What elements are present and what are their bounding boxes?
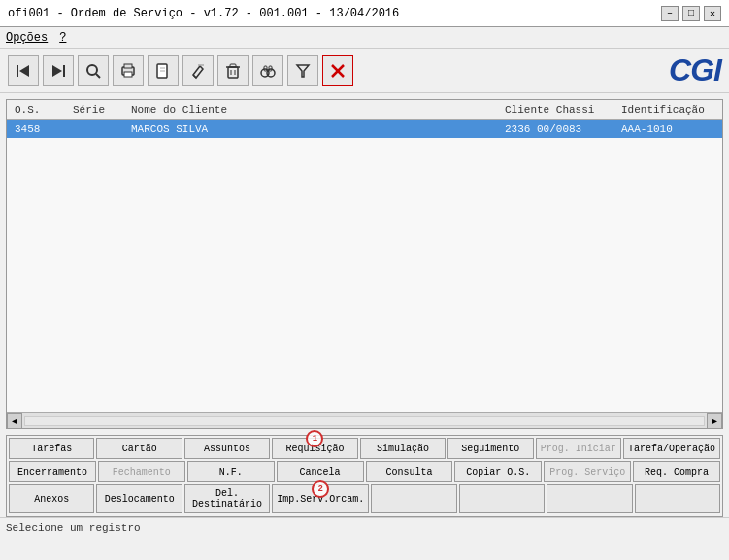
scroll-right-button[interactable]: ▶ [707,413,722,429]
action-btn-label-2-2: Del. Destinatário [189,488,265,510]
action-btn-2-1[interactable]: Deslocamento [96,484,182,513]
action-btn-2-0[interactable]: Anexos [9,484,94,513]
action-btn-1-2[interactable]: N.F. [187,461,275,482]
action-btn-label-1-3: Cancela [300,467,341,478]
title-bar: ofi001 - Ordem de Serviço - v1.72 - 001.… [0,0,729,27]
menu-bar: Opções ? [0,27,729,49]
action-btn-2-2[interactable]: Del. Destinatário [184,484,270,513]
cell-chassi: 2336 00/0083 [503,122,619,136]
action-btn-label-1-6: Prog. Serviço [549,467,625,478]
button-row-1: TarefasCartãoAssuntosRequisição1Simulaçã… [7,436,722,459]
status-bar: Selecione um registro [0,517,729,537]
toolbar: CGI [0,49,729,93]
cell-serie [71,122,129,136]
edit-button[interactable] [182,55,214,86]
minimize-button[interactable]: – [661,6,679,21]
bottom-section: TarefasCartãoAssuntosRequisição1Simulaçã… [0,435,729,517]
action-btn-label-2-1: Deslocamento [105,494,175,505]
menu-help[interactable]: ? [59,31,66,45]
col-identificacao: Identificação [619,103,716,116]
action-btn-label-1-1: Fechamento [113,467,171,478]
action-btn-0-2[interactable]: Assuntos [184,438,270,459]
window-title: ofi001 - Ordem de Serviço - v1.72 - 001.… [8,7,399,20]
menu-opcoes[interactable]: Opções [6,31,48,45]
col-os: O.S. [13,103,71,116]
action-btn-0-3[interactable]: Requisição1 [272,438,357,459]
svg-marker-24 [297,65,309,77]
action-btn-2-7 [635,484,720,513]
action-btn-label-0-6: Prog. Iniciar [541,444,616,454]
svg-line-12 [193,75,196,78]
cell-nome: MARCOS SILVA [129,122,503,136]
action-btn-1-6: Prog. Serviço [544,461,631,482]
action-btn-label-1-4: Consulta [385,467,432,478]
action-btn-1-1: Fechamento [98,461,185,482]
action-btn-0-7[interactable]: Tarefa/Operação [623,438,720,459]
svg-rect-7 [124,64,132,68]
action-btn-2-5 [459,484,545,513]
col-chassi: Cliente Chassi [503,103,619,116]
binoculars-button[interactable] [252,55,283,86]
last-record-button[interactable] [43,55,74,86]
action-buttons-panel: TarefasCartãoAssuntosRequisição1Simulaçã… [6,435,723,517]
action-btn-label-0-1: Cartão [122,444,157,454]
svg-point-20 [267,69,275,77]
app-window: ofi001 - Ordem de Serviço - v1.72 - 001.… [0,0,729,560]
col-nome: Nome do Cliente [129,103,503,116]
action-btn-1-7[interactable]: Req. Compra [633,461,720,482]
action-btn-label-0-3: Requisição [285,444,344,454]
svg-point-4 [87,65,97,75]
svg-rect-14 [228,67,238,78]
action-btn-2-6 [547,484,632,513]
button-row-3: AnexosDeslocamentoDel. DestinatárioImp.S… [7,482,722,513]
action-btn-1-3[interactable]: Cancela [277,461,364,482]
col-serie: Série [71,103,129,116]
svg-line-5 [96,74,100,78]
table-header: O.S. Série Nome do Cliente Cliente Chass… [7,100,722,120]
cgi-logo: CGI [669,52,721,88]
main-table-area: O.S. Série Nome do Cliente Cliente Chass… [6,99,723,429]
search-button[interactable] [78,55,109,86]
action-btn-1-4[interactable]: Consulta [366,461,453,482]
cell-os: 3458 [13,122,71,136]
scroll-track[interactable] [24,416,705,426]
filter-button[interactable] [287,55,318,86]
svg-rect-8 [124,72,132,77]
action-btn-0-0[interactable]: Tarefas [9,438,94,459]
action-btn-label-1-2: N.F. [219,467,243,478]
status-text: Selecione um registro [6,522,141,534]
table-row[interactable]: 3458 MARCOS SILVA 2336 00/0083 AAA-1010 [7,120,722,138]
action-btn-0-5[interactable]: Seguimento [447,438,533,459]
action-btn-0-4[interactable]: Simulação [360,438,446,459]
action-btn-label-0-5: Seguimento [461,444,519,454]
action-btn-0-6: Prog. Iniciar [536,438,621,459]
table-scroll: 3458 MARCOS SILVA 2336 00/0083 AAA-1010 [7,120,722,412]
cell-identificacao: AAA-1010 [619,122,716,136]
action-btn-label-1-5: Copiar O.S. [466,467,530,478]
scroll-left-button[interactable]: ◀ [7,413,22,429]
svg-marker-1 [19,65,29,77]
action-btn-1-5[interactable]: Copiar O.S. [454,461,542,482]
action-btn-label-0-4: Simulação [377,444,429,454]
action-btn-label-2-0: Anexos [34,494,69,505]
close-button[interactable]: ✕ [704,6,721,21]
button-row-2: EncerramentoFechamentoN.F.CancelaConsult… [7,459,722,482]
svg-marker-3 [52,65,62,77]
action-btn-1-0[interactable]: Encerramento [9,461,96,482]
action-btn-2-4 [371,484,456,513]
print-button[interactable] [113,55,144,86]
table-body: 3458 MARCOS SILVA 2336 00/0083 AAA-1010 [7,120,722,412]
action-btn-0-1[interactable]: Cartão [96,438,182,459]
toolbar-close-button[interactable] [322,55,353,86]
restore-button[interactable]: □ [682,6,700,21]
new-button[interactable] [148,55,179,86]
action-btn-label-0-7: Tarefa/Operação [628,444,715,454]
horizontal-scrollbar[interactable]: ◀ ▶ [7,412,722,428]
window-controls: – □ ✕ [661,6,721,21]
action-btn-label-0-2: Assuntos [204,444,250,454]
delete-button[interactable] [217,55,249,86]
action-btn-2-3[interactable]: Imp.Serv.Orcam.2 [272,484,369,513]
action-btn-label-1-0: Encerramento [17,467,87,478]
action-btn-label-0-0: Tarefas [31,444,72,454]
first-record-button[interactable] [8,55,39,86]
